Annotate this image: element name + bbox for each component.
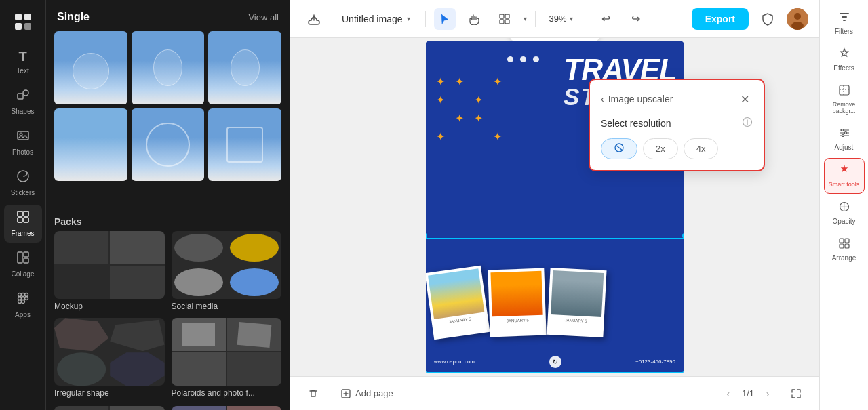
svg-point-46 — [844, 132, 846, 134]
canvas-grid-button[interactable] — [534, 38, 553, 39]
modal-close-button[interactable]: ✕ — [736, 91, 753, 107]
modal-back-button[interactable]: ‹ Image upscaler — [601, 94, 673, 104]
back-chevron-icon: ‹ — [601, 94, 604, 104]
sidebar-item-stickers[interactable]: Stickers — [4, 164, 42, 202]
sidebar-item-shapes[interactable]: Shapes — [4, 83, 42, 121]
hand-tool-button[interactable] — [464, 8, 486, 30]
right-sidebar-smart-tools[interactable]: Smart tools — [824, 158, 865, 194]
filters-icon — [838, 11, 850, 26]
right-sidebar-arrange[interactable]: Arrange — [824, 232, 865, 267]
pack-social-media[interactable]: Social media — [172, 231, 282, 311]
select-tool-button[interactable] — [434, 8, 456, 30]
canvas-more-button[interactable]: ••• — [578, 38, 597, 39]
sidebar-item-frames[interactable]: Frames — [4, 205, 42, 243]
redo-button[interactable]: ↪ — [625, 8, 647, 30]
effects-icon — [838, 47, 850, 62]
canvas-phone: +0123-456-7890 — [635, 358, 675, 365]
right-sidebar-remove-bg[interactable]: Remove backgr... — [824, 79, 865, 120]
canvas-decorations: ✦✦.✦ ✦.✦. .✦✦. ✦..✦ — [436, 75, 507, 143]
panel-title: Single — [57, 11, 90, 23]
resolution-4x-button[interactable]: 4x — [684, 138, 719, 159]
trash-button[interactable] — [301, 384, 326, 403]
file-title-button[interactable]: Untitled image ▾ — [335, 9, 417, 28]
sidebar-item-collage[interactable]: Collage — [4, 245, 42, 283]
right-sidebar-opacity[interactable]: Opacity — [824, 195, 865, 230]
svg-point-5 — [23, 90, 28, 96]
svg-point-28 — [794, 13, 801, 20]
right-sidebar-adjust[interactable]: Adjust — [824, 121, 865, 157]
frame-thumb-4[interactable] — [54, 108, 127, 182]
polaroid-2: JANUARY 5 — [488, 268, 546, 337]
svg-rect-13 — [24, 252, 28, 257]
sidebar-item-apps[interactable]: Apps — [4, 286, 42, 324]
app-logo[interactable] — [4, 8, 42, 35]
top-bar: Untitled image ▾ ▾ 39% ▾ — [290, 0, 819, 38]
zoom-value: 39% — [549, 14, 567, 24]
expand-button[interactable] — [784, 384, 808, 403]
sidebar-label-shapes: Shapes — [12, 108, 35, 115]
layout-icon — [498, 13, 511, 25]
shapes-icon — [16, 88, 30, 105]
add-page-button[interactable]: Add page — [334, 384, 400, 403]
main-area: Untitled image ▾ ▾ 39% ▾ — [290, 0, 819, 410]
frame-thumb-2[interactable] — [132, 31, 205, 104]
svg-rect-43 — [843, 20, 846, 21]
resolution-buttons: 2x 4x — [601, 138, 753, 159]
prev-page-button[interactable]: ‹ — [720, 386, 736, 402]
sidebar-item-text[interactable]: T Text — [4, 43, 42, 80]
svg-point-16 — [21, 293, 24, 297]
pack-mockup-name: Mockup — [54, 302, 165, 311]
sidebar-label-photos: Photos — [12, 148, 33, 156]
svg-rect-11 — [24, 218, 28, 222]
canvas-footer: www.capcut.com ↻ +0123-456-7890 — [426, 356, 684, 368]
pack-collage[interactable]: Collage — [54, 406, 165, 410]
pack-polaroids[interactable]: Polaroids and photo f... — [172, 318, 282, 398]
undo-button[interactable]: ↩ — [595, 8, 617, 30]
next-page-button[interactable]: › — [760, 386, 776, 402]
frame-thumb-6[interactable] — [208, 108, 281, 182]
handle-tr[interactable] — [682, 232, 684, 239]
right-sidebar-effects[interactable]: Effects — [824, 42, 865, 77]
resolution-info-icon[interactable] — [742, 117, 753, 130]
smart-tools-icon — [838, 164, 850, 179]
view-all-button[interactable]: View all — [248, 12, 279, 22]
arrange-icon — [838, 237, 850, 252]
user-avatar[interactable] — [787, 8, 808, 30]
canvas-copy-button[interactable] — [556, 38, 575, 39]
sidebar-item-photos[interactable]: Photos — [4, 123, 42, 161]
cursor-icon — [439, 13, 451, 25]
pack-mockup[interactable]: Mockup — [54, 231, 165, 311]
single-frames-grid — [46, 31, 290, 189]
resolution-2x-button[interactable]: 2x — [643, 138, 678, 159]
svg-point-29 — [791, 22, 804, 30]
remove-bg-icon — [838, 84, 850, 99]
svg-rect-0 — [15, 14, 22, 20]
svg-rect-50 — [845, 239, 849, 243]
svg-rect-3 — [24, 23, 31, 30]
layout-tool-button[interactable] — [494, 8, 515, 30]
export-button[interactable]: Export — [692, 8, 749, 30]
canvas-resize-button[interactable] — [513, 38, 532, 39]
resolution-1x-button[interactable] — [601, 138, 637, 159]
panel-header: Single View all — [46, 0, 290, 31]
frame-thumb-1[interactable] — [54, 31, 127, 104]
filters-label: Filters — [835, 28, 853, 35]
stickers-icon — [16, 169, 30, 186]
svg-rect-52 — [845, 244, 849, 248]
sidebar-label-stickers: Stickers — [11, 189, 35, 197]
pack-88apps[interactable]: 88 Apps — [172, 406, 282, 410]
frame-thumb-3[interactable] — [208, 31, 281, 104]
image-upscaler-modal: ‹ Image upscaler ✕ Select resolution — [589, 79, 765, 171]
sidebar-label-frames: Frames — [12, 230, 35, 237]
page-navigation: ‹ 1/1 › — [720, 386, 776, 402]
undo-icon: ↩ — [601, 12, 610, 25]
svg-rect-51 — [840, 244, 844, 248]
pack-irregular[interactable]: Irregular shape — [54, 318, 165, 398]
zoom-level-button[interactable]: 39% ▾ — [544, 11, 578, 26]
canvas-area: Page 1 — [290, 38, 819, 376]
frame-thumb-5[interactable] — [132, 108, 205, 182]
pack-polaroids-name: Polaroids and photo f... — [172, 388, 282, 398]
right-sidebar-filters[interactable]: Filters — [824, 5, 865, 41]
shield-button[interactable] — [757, 8, 778, 30]
save-to-cloud-button[interactable] — [301, 9, 327, 29]
